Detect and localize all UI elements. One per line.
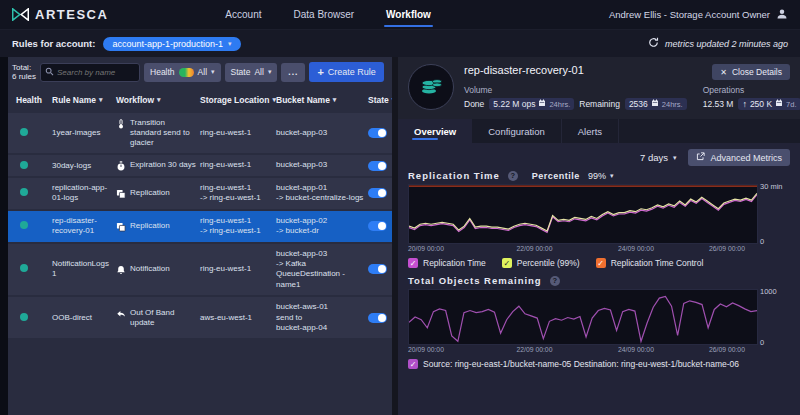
- user-name: Andrew Ellis - Storage Account Owner: [609, 9, 770, 20]
- health-status-dot: [20, 264, 28, 272]
- x-tick-label: 22/09 00:00: [517, 346, 553, 353]
- done-period: 24hrs.: [549, 100, 570, 109]
- nav-item-account[interactable]: Account: [223, 0, 263, 29]
- nav-item-data-browser[interactable]: Data Browser: [291, 0, 356, 29]
- artesca-logo: ARTESCA: [12, 0, 108, 29]
- metrics-updated-text: metrics updated 2 minutes ago: [665, 39, 788, 49]
- legend-checkbox[interactable]: ✓: [408, 359, 418, 369]
- chevron-down-icon: ▾: [268, 68, 272, 76]
- tab-alerts[interactable]: Alerts: [562, 119, 619, 143]
- operations-value: 12.53 M: [703, 99, 734, 109]
- done-value: 5.22 M ops: [493, 99, 535, 109]
- sort-icon: ▾: [333, 96, 337, 104]
- state-toggle[interactable]: [368, 128, 387, 138]
- y-axis-max-label: 1000: [760, 287, 788, 296]
- rules-table: 1year-images Transition standard send to…: [8, 113, 392, 340]
- artesca-logo-icon: [12, 8, 29, 21]
- percentile-selector[interactable]: 99% ▾: [588, 171, 614, 181]
- rule-name: 30day-logs: [52, 161, 116, 171]
- storage-location: ring-eu-west-1: [200, 160, 276, 170]
- column-header-storage-location[interactable]: Storage Location▾: [200, 95, 276, 105]
- plus-icon: +: [317, 66, 323, 78]
- state-toggle[interactable]: [368, 221, 387, 231]
- legend-checkbox[interactable]: ✓: [408, 258, 418, 268]
- health-filter-value: All: [198, 67, 207, 77]
- rule-name: rep-disaster-recovery-01: [52, 216, 116, 236]
- advanced-metrics-button[interactable]: Advanced Metrics: [688, 149, 790, 166]
- bucket-name: bucket-app-02-> bucket-dr: [276, 216, 368, 237]
- nav-item-workflow[interactable]: Workflow: [384, 0, 433, 29]
- legend-item: ✓Replication Time Control: [596, 258, 704, 268]
- sort-icon: ▾: [157, 96, 161, 104]
- rule-name: NotificationLogs1: [52, 259, 116, 279]
- refresh-icon[interactable]: [648, 37, 659, 50]
- replication-icon: [116, 189, 126, 199]
- y-axis-max-label: 30 min: [760, 182, 788, 191]
- bucket-name: bucket-app-01-> bucket-centralize-logs: [276, 183, 368, 204]
- column-header-workflow[interactable]: Workflow▾: [116, 95, 200, 105]
- table-row[interactable]: 1year-images Transition standard send to…: [8, 113, 392, 153]
- rule-name: OOB-direct: [52, 313, 116, 323]
- remaining-value: 2536: [629, 99, 648, 109]
- main-area: Total: 6 rules Health All ▾ State All ▾ …: [0, 57, 800, 415]
- storage-location: ring-eu-west-1-> ring-eu-west-1: [200, 216, 276, 237]
- nav-items: AccountData BrowserWorkflow: [223, 0, 433, 29]
- account-selector[interactable]: account-app-1-production-1 ▾: [103, 37, 240, 51]
- tab-overview[interactable]: Overview: [398, 119, 472, 143]
- replication-time-legend: ✓Replication Time✓Percentile (99%)✓Repli…: [408, 258, 790, 268]
- user-menu[interactable]: Andrew Ellis - Storage Account Owner: [609, 0, 788, 29]
- y-axis-min-label: 0: [760, 237, 788, 246]
- info-icon[interactable]: ?: [508, 171, 518, 181]
- info-icon[interactable]: ?: [550, 276, 560, 286]
- y-axis-min-label: 0: [760, 338, 788, 347]
- table-row[interactable]: NotificationLogs1 Notification ring-eu-w…: [8, 244, 392, 296]
- chevron-down-icon: ▾: [228, 40, 232, 48]
- replication-time-title: Replication Time: [408, 170, 500, 181]
- search-input[interactable]: [57, 68, 135, 77]
- volume-label: Volume: [464, 85, 687, 95]
- column-header-health[interactable]: Health: [16, 95, 52, 105]
- details-tabs: OverviewConfigurationAlerts: [398, 119, 800, 143]
- health-filter[interactable]: Health All ▾: [144, 63, 221, 82]
- close-details-button[interactable]: ✕ Close Details: [712, 64, 790, 80]
- total-rules-count: Total: 6 rules: [12, 63, 36, 81]
- calendar-icon: [651, 99, 659, 109]
- legend-checkbox[interactable]: ✓: [596, 258, 606, 268]
- bucket-name: bucket-app-03: [276, 128, 368, 138]
- workflow-type: Replication: [130, 221, 170, 231]
- legend-label: Source: ring-eu-east-1/bucket-name-05 De…: [423, 359, 739, 369]
- table-row[interactable]: 30day-logs Expiration 30 days ring-eu-we…: [8, 155, 392, 176]
- legend-checkbox[interactable]: ✓: [502, 258, 512, 268]
- x-tick-label: 26/09 00:00: [709, 245, 745, 252]
- rules-toolbar: Total: 6 rules Health All ▾ State All ▾ …: [8, 57, 392, 87]
- calendar-icon: [538, 99, 546, 109]
- state-filter-label: State: [231, 67, 251, 77]
- create-rule-button[interactable]: + Create Rule: [309, 62, 383, 82]
- state-toggle[interactable]: [368, 188, 387, 198]
- workflow-type: Transition standard send to glacier: [130, 118, 196, 148]
- time-range-selector[interactable]: 7 days ▾: [640, 152, 677, 163]
- x-tick-label: 20/09 00:00: [408, 346, 444, 353]
- legend-label: Replication Time: [423, 258, 486, 268]
- table-row[interactable]: rep-disaster-recovery-01 Replication rin…: [8, 211, 392, 242]
- column-header-rule-name[interactable]: Rule Name▾: [52, 95, 116, 105]
- state-filter-value: All: [254, 67, 263, 77]
- more-options-label: ...: [288, 67, 298, 77]
- tab-configuration[interactable]: Configuration: [472, 119, 562, 143]
- state-filter[interactable]: State All ▾: [225, 63, 278, 82]
- time-range-value: 7 days: [640, 152, 668, 163]
- state-toggle[interactable]: [368, 264, 387, 274]
- create-rule-label: Create Rule: [328, 67, 376, 77]
- state-toggle[interactable]: [368, 313, 387, 323]
- table-row[interactable]: OOB-direct Out Of Band update aws-eu-wes…: [8, 297, 392, 338]
- workflow-type: Expiration 30 days: [130, 160, 196, 170]
- table-row[interactable]: replication-app-01-logs Replication ring…: [8, 178, 392, 209]
- bucket-name: bucket-app-03-> KafkaQueueDestination -n…: [276, 249, 368, 291]
- column-header-bucket-name[interactable]: Bucket Name▾: [276, 95, 368, 105]
- brand-name: ARTESCA: [35, 7, 108, 22]
- more-options-button[interactable]: ...: [281, 63, 305, 82]
- replication-time-chart: [408, 184, 758, 244]
- rule-avatar: [408, 64, 454, 110]
- state-toggle[interactable]: [368, 161, 387, 171]
- left-edge-strip: [0, 57, 8, 415]
